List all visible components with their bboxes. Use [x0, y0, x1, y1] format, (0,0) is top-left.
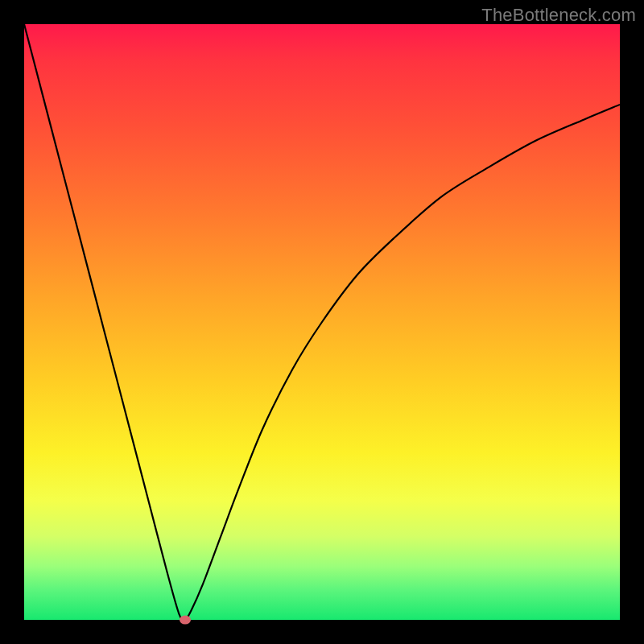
plot-area: [24, 24, 620, 620]
chart-frame: TheBottleneck.com: [0, 0, 644, 644]
bottleneck-curve: [24, 24, 620, 620]
minimum-marker: [180, 616, 191, 625]
curve-svg: [24, 24, 620, 620]
watermark-text: TheBottleneck.com: [481, 5, 636, 26]
